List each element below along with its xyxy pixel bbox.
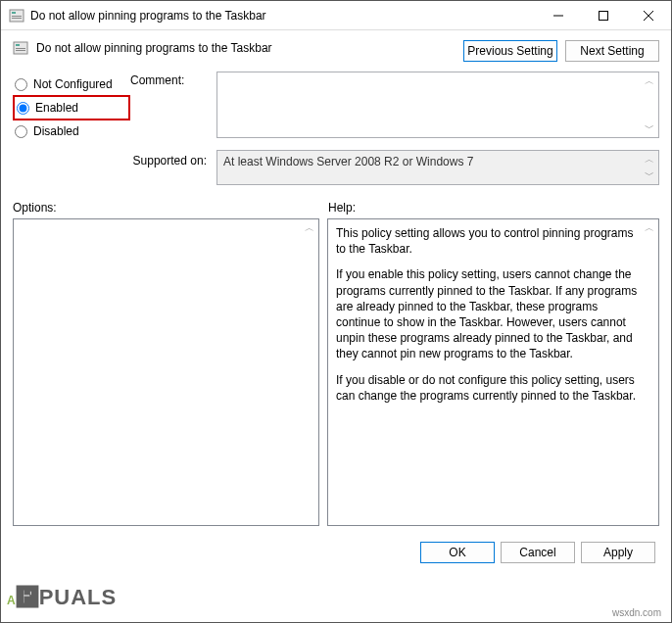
- help-text: This policy setting allows you to contro…: [336, 225, 641, 257]
- settings-row: Not Configured Enabled Disabled Comment:…: [1, 68, 671, 144]
- enabled-highlight: Enabled: [13, 95, 130, 120]
- svg-rect-5: [600, 11, 608, 20]
- options-label: Options:: [13, 201, 328, 215]
- header-row: Do not allow pinning programs to the Tas…: [1, 30, 671, 68]
- scroll-down-icon[interactable]: ﹀: [643, 168, 656, 182]
- previous-setting-button[interactable]: Previous Setting: [463, 40, 557, 62]
- radio-input-not-configured[interactable]: [15, 78, 27, 91]
- maximize-button[interactable]: [581, 1, 626, 30]
- svg-rect-11: [16, 50, 25, 51]
- scroll-up-icon[interactable]: ︿: [643, 153, 656, 167]
- radio-input-enabled[interactable]: [17, 102, 29, 115]
- comment-textarea[interactable]: ︿ ﹀: [216, 72, 659, 138]
- help-panel: This policy setting allows you to contro…: [327, 218, 659, 526]
- radio-label: Disabled: [33, 124, 79, 138]
- radio-not-configured[interactable]: Not Configured: [15, 73, 130, 95]
- titlebar: Do not allow pinning programs to the Tas…: [1, 1, 671, 30]
- help-text: If you enable this policy setting, users…: [336, 266, 641, 361]
- ok-button[interactable]: OK: [420, 542, 495, 563]
- radio-enabled[interactable]: Enabled: [17, 97, 97, 119]
- help-label: Help:: [328, 201, 356, 215]
- supported-row: Supported on: At least Windows Server 20…: [1, 144, 671, 187]
- svg-rect-10: [16, 48, 25, 49]
- watermark-logo: A🅿PUALS: [7, 585, 117, 610]
- window-title: Do not allow pinning programs to the Tas…: [30, 9, 536, 23]
- comment-label: Comment:: [130, 72, 216, 142]
- apply-button[interactable]: Apply: [581, 542, 655, 563]
- radio-label: Enabled: [35, 101, 78, 115]
- svg-rect-3: [12, 18, 22, 19]
- svg-rect-1: [12, 12, 16, 14]
- options-panel: ︿: [13, 218, 319, 526]
- panels-row: ︿ This policy setting allows you to cont…: [1, 218, 671, 534]
- watermark-site: wsxdn.com: [612, 607, 661, 618]
- cancel-button[interactable]: Cancel: [501, 542, 575, 563]
- footer-buttons: OK Cancel Apply: [1, 534, 671, 575]
- minimize-button[interactable]: [536, 1, 581, 30]
- svg-rect-2: [12, 16, 22, 17]
- scroll-up-icon[interactable]: ︿: [643, 74, 656, 88]
- scroll-up-icon[interactable]: ︿: [303, 221, 316, 235]
- scroll-up-icon[interactable]: ︿: [643, 221, 656, 235]
- policy-icon: [13, 40, 28, 56]
- radio-group: Not Configured Enabled Disabled: [13, 72, 130, 142]
- radio-input-disabled[interactable]: [15, 125, 27, 138]
- panel-labels: Options: Help:: [1, 187, 671, 218]
- policy-icon: [9, 8, 24, 24]
- next-setting-button[interactable]: Next Setting: [565, 40, 659, 62]
- policy-title: Do not allow pinning programs to the Tas…: [36, 41, 272, 55]
- scroll-down-icon[interactable]: ﹀: [643, 121, 656, 135]
- supported-label: Supported on:: [13, 150, 216, 168]
- radio-label: Not Configured: [33, 77, 113, 91]
- help-text: If you disable or do not configure this …: [336, 372, 641, 404]
- close-button[interactable]: [626, 1, 671, 30]
- supported-textarea: At least Windows Server 2008 R2 or Windo…: [216, 150, 659, 185]
- supported-value: At least Windows Server 2008 R2 or Windo…: [223, 155, 473, 168]
- radio-disabled[interactable]: Disabled: [15, 120, 130, 142]
- svg-rect-9: [16, 44, 20, 46]
